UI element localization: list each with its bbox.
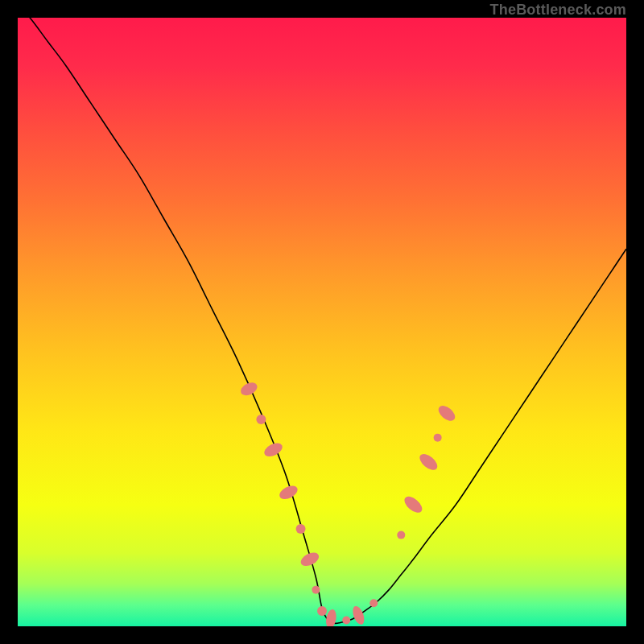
- marker-dot: [317, 606, 327, 616]
- attribution-label: TheBottleneck.com: [490, 2, 626, 19]
- marker-dot: [434, 434, 442, 442]
- chart-frame: TheBottleneck.com: [0, 0, 644, 644]
- chart-svg: [18, 18, 626, 626]
- marker-dot: [296, 524, 306, 534]
- marker-dot: [256, 415, 266, 424]
- marker-dot: [312, 586, 320, 594]
- marker-dot: [342, 616, 350, 624]
- chart-background: [18, 18, 626, 626]
- marker-dot: [397, 531, 405, 539]
- marker-dot: [369, 599, 378, 607]
